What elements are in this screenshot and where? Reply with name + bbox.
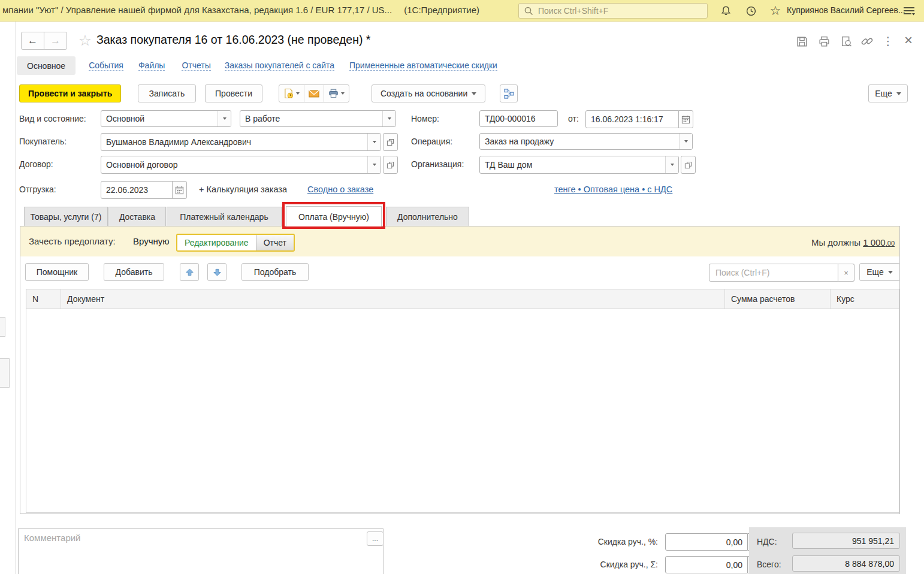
send-email-button[interactable] xyxy=(304,85,324,102)
dropdown-button[interactable] xyxy=(665,156,678,173)
column-header-rate[interactable]: Курс xyxy=(831,289,899,309)
order-summary-link[interactable]: Сводно о заказе xyxy=(307,185,373,194)
tab-delivery[interactable]: Доставка xyxy=(108,207,166,226)
nav-link-events[interactable]: События xyxy=(89,61,123,71)
vat-value: 951 951,21 xyxy=(792,533,900,549)
customer-field-group: Бушманов Владимир Александрович xyxy=(101,133,398,151)
notifications-button[interactable] xyxy=(718,4,733,18)
open-contract-button[interactable] xyxy=(383,156,398,174)
kebab-icon: ⋮ xyxy=(883,34,894,48)
grid-search[interactable] xyxy=(709,264,838,282)
nav-link-auto-discounts[interactable]: Примененные автоматические скидки xyxy=(349,61,497,71)
tab-goods-services[interactable]: Товары, услуги (7) xyxy=(24,207,108,226)
favorite-toggle[interactable]: ☆ xyxy=(77,32,93,49)
discount-sum-input[interactable]: 0,00 xyxy=(665,556,748,573)
preview-button[interactable] xyxy=(838,34,854,49)
app-title-text: мпании "Уют" / Управление нашей фирмой д… xyxy=(2,5,392,15)
post-button[interactable]: Провести xyxy=(205,84,262,102)
hamburger-icon xyxy=(902,5,916,17)
clear-search-button[interactable]: × xyxy=(838,264,854,282)
tab-payment-calendar[interactable]: Платежный календарь xyxy=(167,207,282,226)
operation-combobox[interactable]: Заказ на продажу xyxy=(479,133,693,150)
open-icon xyxy=(684,161,692,169)
close-button[interactable]: × xyxy=(901,32,916,48)
global-search[interactable] xyxy=(518,3,708,19)
more-actions-button[interactable]: ⋮ xyxy=(882,33,894,49)
chain-link-icon xyxy=(860,35,874,48)
contract-combobox[interactable]: Основной договор xyxy=(101,156,381,174)
calendar-button[interactable] xyxy=(678,110,693,128)
column-header-n[interactable]: N xyxy=(26,289,61,309)
app-title: мпании "Уют" / Управление нашей фирмой д… xyxy=(2,5,479,15)
order-calculation-toggle[interactable]: + Калькуляция заказа xyxy=(199,185,287,194)
attach-file-button[interactable] xyxy=(279,85,304,102)
pick-items-button[interactable]: Подобрать xyxy=(241,263,309,281)
dropdown-button[interactable] xyxy=(382,111,395,126)
table-body-empty[interactable] xyxy=(26,309,899,513)
open-customer-button[interactable] xyxy=(383,133,398,151)
report-mode-button[interactable]: Отчет xyxy=(256,235,294,250)
grid-search-input[interactable] xyxy=(714,267,833,278)
back-button[interactable]: ← xyxy=(21,32,44,50)
calendar-button[interactable] xyxy=(172,181,187,199)
related-documents-button[interactable] xyxy=(500,84,518,102)
print-menu-button[interactable] xyxy=(324,85,349,102)
organization-combobox[interactable]: ТД Ваш дом xyxy=(479,156,679,174)
post-and-close-button[interactable]: Провести и закрыть xyxy=(19,84,121,102)
state-combobox[interactable]: В работе xyxy=(240,110,396,127)
discount-pct-input[interactable]: 0,00 xyxy=(665,533,748,551)
star-icon: ☆ xyxy=(770,4,781,18)
write-button[interactable]: Записать xyxy=(138,84,196,102)
dropdown-button[interactable] xyxy=(367,156,381,173)
shipment-date-input[interactable]: 22.06.2023 xyxy=(101,181,173,199)
dropdown-button[interactable] xyxy=(218,111,231,126)
customer-label: Покупатель: xyxy=(19,133,67,150)
nav-link-site-orders[interactable]: Заказы покупателей с сайта xyxy=(225,61,334,71)
move-down-button[interactable] xyxy=(207,263,227,281)
kind-combobox[interactable]: Основной xyxy=(101,110,231,127)
edit-mode-button[interactable]: Редактирование xyxy=(177,235,256,250)
print-button[interactable] xyxy=(816,34,832,49)
comment-box[interactable] xyxy=(18,528,384,574)
number-input[interactable]: ТД00-000016 xyxy=(479,110,558,127)
forward-button[interactable]: → xyxy=(44,32,67,50)
vat-label: НДС: xyxy=(757,533,777,550)
we-owe-summary: Мы должны 1 000,00 xyxy=(689,237,895,247)
chevron-down-icon xyxy=(684,140,688,143)
create-based-on-button[interactable]: Создать на основании xyxy=(372,84,485,102)
background-window-fragment xyxy=(0,317,5,337)
chevron-down-icon xyxy=(373,141,376,143)
toolbar-more-button[interactable]: Еще xyxy=(868,84,908,102)
nav-tab-main[interactable]: Основное xyxy=(17,56,76,75)
shipment-date-value: 22.06.2023 xyxy=(101,185,172,195)
grid-more-button[interactable]: Еще xyxy=(859,263,900,281)
assistant-button[interactable]: Помощник xyxy=(25,263,89,281)
open-icon xyxy=(386,138,394,146)
chevron-down-icon xyxy=(341,92,345,95)
save-button[interactable] xyxy=(794,34,810,49)
customer-combobox[interactable]: Бушманов Владимир Александрович xyxy=(101,133,381,151)
comment-expand-button[interactable]: ... xyxy=(367,531,384,546)
tab-additional[interactable]: Дополнительно xyxy=(386,207,469,226)
history-button[interactable] xyxy=(743,4,759,18)
user-menu[interactable]: Куприянов Василий Сергеев... xyxy=(787,5,905,15)
main-menu-button[interactable] xyxy=(901,5,917,18)
nav-link-reports[interactable]: Отчеты xyxy=(182,61,210,71)
date-input[interactable]: 16.06.2023 1:16:17 xyxy=(585,110,679,128)
column-header-settlement-sum[interactable]: Сумма расчетов xyxy=(725,289,831,309)
global-search-input[interactable] xyxy=(537,5,702,16)
nav-link-files[interactable]: Файлы xyxy=(138,61,165,71)
dropdown-button[interactable] xyxy=(679,134,692,149)
calendar-icon xyxy=(681,115,690,124)
we-owe-amount-link[interactable]: 1 000,00 xyxy=(863,237,895,247)
move-up-button[interactable] xyxy=(180,263,199,281)
get-link-button[interactable] xyxy=(859,34,875,49)
dropdown-button[interactable] xyxy=(367,134,381,150)
favorites-button[interactable]: ☆ xyxy=(768,3,783,19)
column-header-document[interactable]: Документ xyxy=(61,289,725,309)
comment-input[interactable] xyxy=(19,529,383,574)
tab-payment-manual[interactable]: Оплата (Вручную) xyxy=(286,206,382,226)
currency-price-link[interactable]: тенге • Оптовая цена • с НДС xyxy=(554,185,672,194)
add-row-button[interactable]: Добавить xyxy=(104,263,164,281)
open-organization-button[interactable] xyxy=(681,156,696,174)
